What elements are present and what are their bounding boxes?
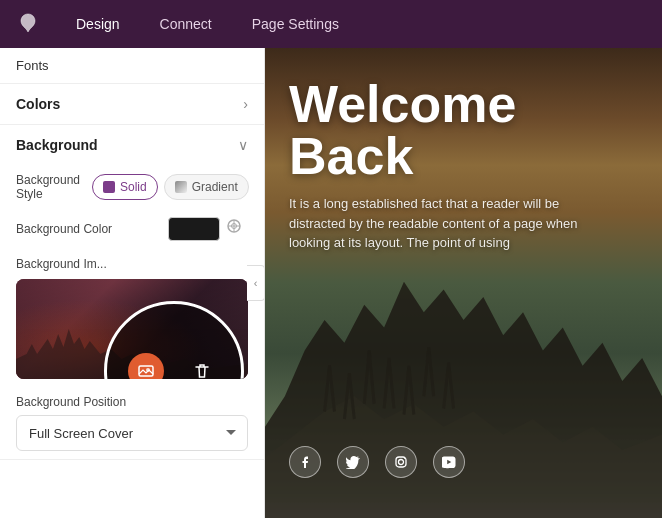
main-layout: Fonts Colors › Background ∨ Background S… <box>0 48 662 518</box>
nav-page-settings[interactable]: Page Settings <box>244 12 347 36</box>
background-header[interactable]: Background ∨ <box>0 125 264 165</box>
background-image-label: Background Im... <box>16 257 107 271</box>
background-image-label-row: Background Im... <box>0 249 264 275</box>
background-section: Background ∨ Background Style Solid Grad… <box>0 125 264 460</box>
left-panel: Fonts Colors › Background ∨ Background S… <box>0 48 265 518</box>
welcome-line2: Back <box>289 127 413 185</box>
youtube-icon[interactable] <box>433 446 465 478</box>
gradient-button[interactable]: Gradient <box>164 174 249 200</box>
nav-design[interactable]: Design <box>68 12 128 36</box>
background-color-label: Background Color <box>16 222 160 236</box>
colors-section-row[interactable]: Colors › <box>0 84 264 125</box>
panel-collapse-handle[interactable]: ‹ <box>247 265 265 301</box>
replace-image-button[interactable] <box>128 353 164 379</box>
welcome-section: Welcome Back It is a long established fa… <box>289 78 638 253</box>
svg-rect-4 <box>139 366 153 376</box>
svg-point-8 <box>404 458 405 459</box>
right-canvas: Welcome Back It is a long established fa… <box>265 48 662 518</box>
gradient-icon <box>175 181 187 193</box>
solid-label: Solid <box>120 180 147 194</box>
facebook-icon[interactable] <box>289 446 321 478</box>
welcome-body-text: It is a long established fact that a rea… <box>289 194 589 253</box>
welcome-line1: Welcome <box>289 75 516 133</box>
canvas-content: Welcome Back It is a long established fa… <box>265 48 662 518</box>
background-position-label: Background Position <box>16 395 248 409</box>
welcome-title: Welcome Back <box>289 78 638 182</box>
social-icons-row <box>289 446 638 498</box>
style-buttons: Solid Gradient <box>92 174 249 200</box>
logo <box>12 8 44 40</box>
delete-image-button[interactable] <box>184 353 220 379</box>
background-position-row: Background Position Full Screen Cover Ce… <box>0 387 264 459</box>
eyedropper-button[interactable] <box>226 218 248 240</box>
solid-button[interactable]: Solid <box>92 174 158 200</box>
solid-icon <box>103 181 115 193</box>
svg-point-7 <box>399 460 404 465</box>
gradient-label: Gradient <box>192 180 238 194</box>
background-style-label: Background Style <box>16 173 84 201</box>
twitter-icon[interactable] <box>337 446 369 478</box>
fonts-row: Fonts <box>0 48 264 84</box>
collapse-chevron-icon: ‹ <box>254 277 258 289</box>
background-chevron-down-icon: ∨ <box>238 137 248 153</box>
background-image-preview[interactable] <box>16 279 248 379</box>
background-style-row: Background Style Solid Gradient <box>0 165 264 209</box>
color-swatch[interactable] <box>168 217 220 241</box>
fonts-label: Fonts <box>16 58 49 73</box>
top-nav: Design Connect Page Settings <box>0 0 662 48</box>
background-position-select[interactable]: Full Screen Cover Centered Tiled <box>16 415 248 451</box>
instagram-icon[interactable] <box>385 446 417 478</box>
background-color-row: Background Color <box>0 209 264 249</box>
colors-title: Colors <box>16 96 60 112</box>
colors-chevron-right-icon: › <box>243 96 248 112</box>
background-title: Background <box>16 137 98 153</box>
nav-connect[interactable]: Connect <box>152 12 220 36</box>
color-swatch-container <box>168 217 248 241</box>
